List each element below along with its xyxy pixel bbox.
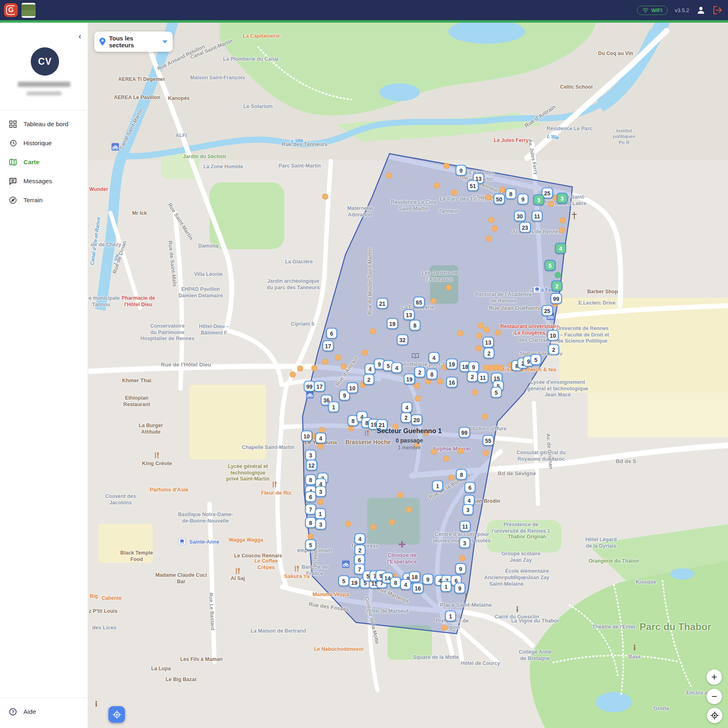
orange-dot-marker[interactable] [449, 475, 455, 481]
map-marker[interactable]: 16 [412, 583, 423, 594]
map-marker[interactable]: 5 [305, 540, 316, 550]
orange-dot-marker[interactable] [322, 194, 328, 200]
map-marker[interactable]: 9 [423, 574, 434, 585]
orange-dot-marker[interactable] [492, 226, 498, 232]
orange-dot-marker[interactable] [472, 389, 478, 396]
zoom-out-button[interactable]: − [707, 689, 722, 704]
zoom-in-button[interactable]: + [707, 669, 722, 685]
map-marker[interactable]: 10 [347, 383, 358, 394]
map-marker[interactable]: 9 [518, 194, 529, 205]
map-marker[interactable]: 2 [355, 545, 366, 556]
map-marker[interactable]: 2 [467, 371, 478, 382]
map-marker[interactable]: 10 [547, 330, 559, 341]
orange-dot-marker[interactable] [478, 323, 484, 329]
map-marker[interactable]: 6 [305, 491, 316, 502]
map-marker[interactable]: 17 [314, 381, 325, 392]
orange-dot-marker[interactable] [442, 625, 448, 631]
orange-dot-marker[interactable] [459, 555, 466, 561]
orange-dot-marker[interactable] [431, 449, 437, 455]
map-marker[interactable]: 6 [465, 482, 476, 493]
orange-dot-marker[interactable] [414, 443, 420, 449]
map-marker[interactable]: 17 [322, 341, 334, 351]
orange-dot-marker[interactable] [500, 187, 506, 193]
orange-dot-marker[interactable] [389, 519, 395, 525]
map-marker[interactable]: 4 [355, 533, 366, 544]
map-marker[interactable]: 4 [392, 362, 402, 373]
map-marker[interactable]: 3 [459, 538, 470, 548]
map-marker[interactable]: 2 [548, 344, 559, 355]
map-marker[interactable]: 1 [328, 402, 339, 413]
orange-dot-marker[interactable] [406, 507, 412, 513]
map-marker[interactable]: 30 [514, 211, 525, 222]
orange-dot-marker[interactable] [393, 424, 399, 430]
orange-dot-marker[interactable] [484, 327, 490, 333]
map-marker[interactable]: 99 [304, 381, 315, 392]
avatar[interactable]: CV [31, 47, 59, 76]
map-marker[interactable]: 11 [460, 521, 471, 532]
orange-dot-marker[interactable] [319, 427, 325, 433]
map-marker[interactable]: 5 [339, 576, 349, 586]
map-marker[interactable]: 21 [376, 419, 387, 430]
map-marker[interactable]: 9 [455, 563, 466, 574]
orange-dot-marker[interactable] [451, 190, 457, 196]
sidebar-item-messages[interactable]: Messages [0, 173, 88, 190]
orange-dot-marker[interactable] [345, 521, 351, 527]
map-marker[interactable]: 9 [455, 583, 466, 594]
sidebar-item-map[interactable]: Carte [0, 154, 88, 171]
map-marker[interactable]: 2 [364, 374, 375, 385]
orange-dot-marker[interactable] [444, 163, 450, 169]
map-marker[interactable]: 32 [397, 334, 408, 345]
orange-dot-marker[interactable] [489, 217, 495, 223]
map-marker[interactable]: 7 [305, 504, 316, 515]
sidebar-item-dashboard[interactable]: Tableau de bord [0, 116, 88, 133]
map-marker[interactable]: 8 [410, 320, 421, 331]
map-marker[interactable]: 3 [315, 486, 326, 497]
map-marker[interactable]: 20 [411, 415, 422, 425]
map-marker[interactable]: 3 [463, 504, 474, 515]
map-marker[interactable]: 8 [390, 577, 401, 588]
orange-dot-marker[interactable] [476, 345, 482, 351]
map-marker[interactable]: 8 [506, 188, 516, 199]
map-marker[interactable]: 23 [519, 222, 531, 233]
map-marker[interactable]: 50 [493, 194, 505, 205]
map-marker[interactable]: 4 [315, 433, 326, 444]
orange-dot-marker[interactable] [482, 414, 488, 420]
orange-dot-marker[interactable] [348, 425, 354, 432]
map-marker[interactable]: 9 [456, 165, 467, 176]
sidebar-item-help[interactable]: ? Aide [0, 703, 88, 720]
orange-dot-marker[interactable] [486, 195, 492, 201]
sidebar-item-terrain[interactable]: Terrain [0, 192, 88, 209]
map-marker[interactable]: 4 [400, 579, 411, 590]
photo-thumbnail[interactable] [21, 3, 36, 18]
map-marker[interactable]: 19 [404, 374, 415, 385]
orange-dot-marker[interactable] [318, 443, 324, 449]
sector-selector-dropdown[interactable]: Tous les secteurs [94, 32, 173, 52]
orange-dot-marker[interactable] [560, 218, 566, 224]
orange-dot-marker[interactable] [431, 298, 437, 304]
map-marker[interactable]: 8 [305, 517, 316, 528]
map-marker[interactable]: 55 [483, 435, 494, 446]
map-marker[interactable]: 2 [415, 367, 425, 378]
map-canvas[interactable]: 9135150892533301123452992521651319832617… [88, 23, 728, 728]
map-marker[interactable]: 3 [557, 193, 568, 204]
orange-dot-marker[interactable] [297, 366, 303, 372]
map-marker[interactable]: 8 [456, 469, 467, 480]
green-dot-marker[interactable] [555, 272, 561, 278]
orange-dot-marker[interactable] [457, 330, 463, 336]
orange-dot-marker[interactable] [370, 328, 376, 334]
orange-dot-marker[interactable] [423, 430, 429, 436]
map-marker[interactable]: 5 [491, 387, 502, 398]
orange-dot-marker[interactable] [398, 492, 404, 498]
map-marker[interactable]: 5 [531, 354, 542, 365]
orange-dot-marker[interactable] [370, 524, 377, 530]
map-marker[interactable]: 4 [429, 352, 440, 363]
orange-dot-marker[interactable] [495, 330, 501, 336]
recenter-button[interactable] [707, 708, 722, 723]
map-marker[interactable]: 9 [468, 362, 479, 372]
orange-dot-marker[interactable] [322, 359, 328, 365]
orange-dot-marker[interactable] [311, 365, 317, 371]
map-marker[interactable]: 4 [555, 243, 566, 254]
map-marker[interactable]: 2 [484, 348, 495, 359]
map-marker[interactable]: 8 [427, 369, 438, 380]
map-marker[interactable]: 6 [326, 328, 337, 339]
